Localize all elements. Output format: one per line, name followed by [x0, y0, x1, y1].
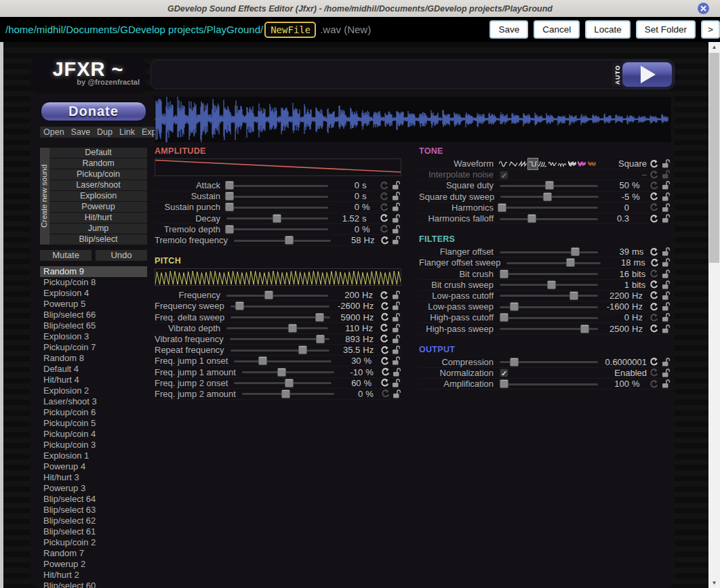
reset-button[interactable]	[379, 367, 391, 377]
slider-thumb[interactable]	[225, 203, 234, 211]
slider-thumb[interactable]	[580, 324, 589, 333]
reset-button[interactable]	[647, 203, 660, 212]
slider-track[interactable]	[230, 338, 329, 340]
waveform-sawtooth-icon[interactable]	[518, 159, 528, 169]
sound-list-item[interactable]: Hit/hurt 2	[40, 570, 147, 581]
lock-button[interactable]	[391, 235, 401, 245]
preset-button[interactable]: Jump	[49, 224, 147, 234]
reset-button[interactable]	[647, 159, 660, 169]
slider-thumb[interactable]	[225, 225, 234, 234]
slider-track[interactable]	[226, 295, 328, 297]
slider-track[interactable]	[231, 306, 330, 308]
slider-thumb[interactable]	[225, 181, 234, 190]
sound-list-item[interactable]: Explosion 3	[40, 331, 147, 342]
slider-track[interactable]	[231, 350, 330, 352]
preset-button[interactable]: Laser/shoot	[49, 180, 147, 190]
slider-thumb[interactable]	[316, 335, 325, 343]
lock-button[interactable]	[391, 290, 401, 300]
slider-thumb[interactable]	[264, 291, 273, 299]
file-op-button[interactable]: Link	[116, 127, 138, 138]
preset-button[interactable]: Blip/select	[49, 234, 147, 245]
lock-button[interactable]	[660, 203, 671, 213]
slider-thumb[interactable]	[500, 379, 508, 388]
donate-button[interactable]: Donate	[41, 102, 146, 121]
reset-button[interactable]	[647, 313, 660, 322]
reset-button[interactable]	[378, 312, 391, 322]
waveform-square-icon[interactable]	[528, 159, 538, 169]
reset-button[interactable]	[377, 203, 391, 212]
autoplay-toggle[interactable]: AUTO	[612, 62, 622, 87]
lock-button[interactable]	[660, 368, 671, 378]
slider-track[interactable]	[500, 207, 598, 209]
lock-button[interactable]	[660, 247, 671, 257]
lock-button[interactable]	[660, 291, 671, 301]
sound-list-item[interactable]: Pickup/coin 3	[40, 440, 147, 450]
sound-list-item[interactable]: Pickup/coin 8	[40, 277, 147, 288]
preset-button[interactable]: Random	[49, 159, 147, 169]
sound-list-item[interactable]: Powerup 5	[40, 299, 147, 310]
slider-track[interactable]	[500, 251, 598, 253]
slider-thumb[interactable]	[547, 280, 556, 289]
slider-thumb[interactable]	[543, 192, 552, 201]
sound-list-item[interactable]: Blip/select 62	[40, 516, 147, 526]
file-op-button[interactable]: Save	[68, 127, 94, 138]
close-button[interactable]	[698, 3, 709, 14]
sound-list-item[interactable]: Blip/select 60	[40, 581, 147, 588]
slider-thumb[interactable]	[545, 181, 554, 190]
waveform-whitenoise-icon[interactable]	[567, 159, 578, 169]
reset-button[interactable]	[377, 181, 391, 190]
lock-button[interactable]	[660, 180, 671, 190]
reset-button[interactable]	[377, 291, 391, 300]
scrollbar-thumb[interactable]	[709, 53, 719, 263]
reset-button[interactable]	[377, 213, 391, 223]
reset-button[interactable]	[378, 236, 391, 245]
sound-list-item[interactable]: Explosion 4	[40, 288, 147, 299]
reset-button[interactable]	[647, 280, 660, 289]
lock-button[interactable]	[391, 389, 401, 399]
slider-track[interactable]	[500, 317, 598, 319]
create-new-sound-tab[interactable]: Create new sound	[40, 148, 49, 245]
lock-button[interactable]	[391, 356, 401, 366]
mutate-button[interactable]: Mutate	[40, 250, 92, 261]
reset-button[interactable]	[647, 291, 660, 300]
lock-button[interactable]	[391, 345, 401, 355]
preset-button[interactable]: Hit/hurt	[49, 213, 147, 223]
lock-button[interactable]	[660, 280, 671, 290]
slider-thumb[interactable]	[500, 270, 508, 278]
lock-button[interactable]	[391, 323, 401, 333]
lock-button[interactable]	[660, 379, 671, 389]
lock-button[interactable]	[660, 312, 671, 322]
interpolate-noise-checkbox[interactable]: ✓	[500, 171, 508, 180]
waveform-pinknoise-icon[interactable]	[577, 159, 587, 169]
lock-button[interactable]	[660, 301, 671, 312]
sound-list-item[interactable]: Blip/select 64	[40, 494, 147, 505]
sound-list-item[interactable]: Powerup 4	[40, 461, 147, 472]
lock-button[interactable]	[391, 367, 401, 377]
file-op-button[interactable]: Dup	[94, 127, 116, 138]
slider-thumb[interactable]	[288, 324, 297, 333]
sound-list-item[interactable]: Pickup/coin 5	[40, 418, 147, 429]
slider-thumb[interactable]	[566, 258, 575, 267]
scroll-down-arrow[interactable]: ▼	[708, 578, 720, 588]
lock-button[interactable]	[660, 192, 671, 202]
lock-button[interactable]	[391, 213, 401, 224]
reset-button[interactable]	[647, 302, 660, 312]
slider-track[interactable]	[500, 295, 598, 297]
lock-button[interactable]	[660, 324, 671, 334]
sound-list-item[interactable]: Hit/hurt 3	[40, 472, 147, 483]
vertical-scrollbar[interactable]: ▲ ▼	[708, 42, 720, 588]
preset-button[interactable]: Pickup/coin	[49, 169, 147, 180]
toolbar-button[interactable]: Cancel	[534, 20, 580, 39]
toolbar-button[interactable]: Save	[489, 20, 528, 39]
sound-list-item[interactable]: Random 8	[40, 353, 147, 364]
slider-thumb[interactable]	[277, 368, 286, 377]
undo-button[interactable]: Undo	[96, 250, 147, 261]
toolbar-button[interactable]: Set Folder	[636, 20, 696, 39]
waveform-sine-icon[interactable]	[498, 159, 508, 169]
lock-button[interactable]	[391, 180, 401, 190]
reset-button[interactable]	[647, 324, 660, 333]
slider-thumb[interactable]	[258, 356, 267, 365]
slider-thumb[interactable]	[273, 214, 281, 223]
sound-list-item[interactable]: Powerup 3	[40, 483, 147, 494]
slider-thumb[interactable]	[510, 302, 519, 311]
